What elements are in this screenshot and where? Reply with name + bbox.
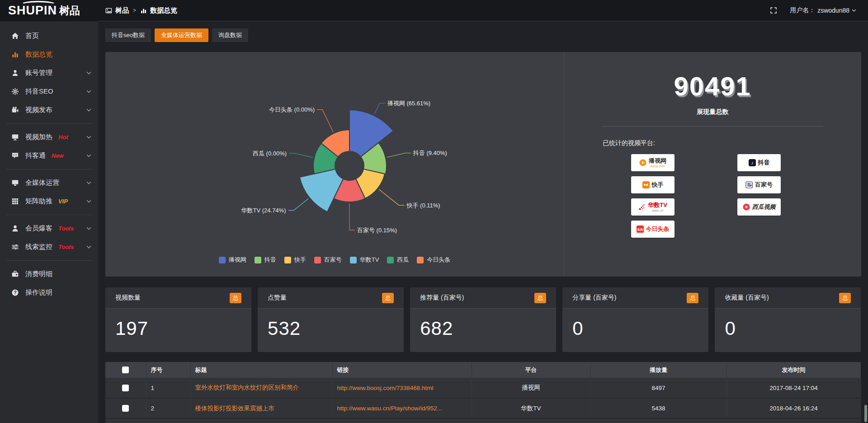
video-url-link[interactable]: http://www.wasu.cn/Play/show/id/952... bbox=[332, 398, 472, 418]
sidebar-item-data-overview[interactable]: 数据总览 bbox=[0, 45, 98, 64]
platform-name: 西瓜视频 bbox=[752, 203, 776, 211]
fullscreen-icon[interactable] bbox=[770, 7, 777, 14]
sidebar-item-matrix-boost[interactable]: 矩阵助推VIP bbox=[0, 192, 98, 211]
legend-item-2[interactable]: 快手 bbox=[284, 256, 306, 264]
sidebar-item-label: 视频加热 bbox=[25, 133, 52, 141]
platform-name: 快手 bbox=[652, 181, 664, 189]
stat-card-3: 分享量 (百家号)总0 bbox=[562, 287, 708, 352]
stat-total-badge[interactable]: 总 bbox=[382, 293, 394, 303]
pie-label-2: 快手 (0.11%) bbox=[406, 202, 440, 209]
pie-label-line-5 bbox=[289, 153, 313, 157]
column-header-4: 播放量 bbox=[590, 362, 726, 378]
stat-card-value: 532 bbox=[258, 309, 404, 339]
chevron-down-icon bbox=[86, 71, 91, 75]
legend-label: 西瓜 bbox=[397, 256, 409, 264]
chevron-down-icon bbox=[86, 227, 91, 230]
video-icon bbox=[11, 106, 19, 114]
sidebar-item-douketong[interactable]: 抖客通New bbox=[0, 146, 98, 165]
sidebar-item-home[interactable]: 首页 bbox=[0, 27, 98, 45]
sidebar-item-video-publish[interactable]: 视频发布 bbox=[0, 101, 98, 119]
heat-icon bbox=[11, 133, 19, 141]
table-row: 2楼体投影灯投影效果震撼上市http://www.wasu.cn/Play/sh… bbox=[105, 398, 861, 418]
pie-label-line-0 bbox=[374, 103, 385, 114]
legend-item-4[interactable]: 华数TV bbox=[350, 256, 379, 264]
stat-card-label: 视频数量 bbox=[115, 294, 141, 302]
legend-label: 百家号 bbox=[324, 256, 342, 264]
breadcrumb-root[interactable]: 树品 bbox=[115, 6, 129, 15]
svg-text:百: 百 bbox=[747, 183, 751, 187]
stat-card-2: 推荐量 (百家号)总682 bbox=[410, 287, 556, 352]
platform-badge-xigua: 西瓜视频 bbox=[737, 198, 781, 216]
tab-douyin-seo-data[interactable]: 抖音seo数据 bbox=[105, 28, 151, 42]
row-checkbox-cell bbox=[105, 378, 146, 398]
platform-badge-text: 播视网boosj.com bbox=[649, 158, 666, 168]
videos-table-panel: 序号标题链接平台播放量发布时间 1室外水纹灯和室内水纹灯的区别和简介http:/… bbox=[105, 362, 861, 423]
breadcrumb-root-icon bbox=[105, 7, 112, 14]
stat-card-1: 点赞量总532 bbox=[258, 287, 404, 352]
platform-name: 播视网 bbox=[649, 158, 666, 164]
platform-subtext: boosj.com bbox=[651, 164, 665, 168]
legend-swatch bbox=[350, 257, 357, 263]
stat-card-header: 推荐量 (百家号)总 bbox=[410, 287, 556, 309]
sidebar-item-badge: New bbox=[52, 152, 64, 159]
sidebar-item-video-heat[interactable]: 视频加热Hot bbox=[0, 128, 98, 146]
rose-pie-chart: 播视网 (65.61%)抖音 (9.40%)快手 (0.11%)百家号 (0.1… bbox=[105, 52, 564, 277]
sliders-icon bbox=[11, 243, 19, 251]
grid-icon bbox=[11, 197, 19, 205]
video-url-link[interactable]: http://www.boosj.com/7338468.html bbox=[332, 378, 472, 398]
legend-label: 华数TV bbox=[360, 256, 379, 264]
pie-label-4: 华数TV (24.74%) bbox=[241, 207, 286, 214]
select-all-checkbox[interactable] bbox=[122, 367, 129, 373]
user-menu[interactable]: 用户名：zswodun88 bbox=[790, 6, 856, 14]
tab-omni-media-data[interactable]: 全媒体运营数据 bbox=[155, 28, 208, 42]
row-checkbox-cell bbox=[105, 398, 146, 418]
sidebar-divider bbox=[6, 123, 92, 124]
sidebar-item-omni-media[interactable]: 全媒体运营 bbox=[0, 174, 98, 192]
sidebar-item-help-guide[interactable]: ?操作说明 bbox=[0, 283, 98, 302]
stat-total-badge[interactable]: 总 bbox=[687, 293, 698, 303]
row-checkbox[interactable] bbox=[122, 405, 129, 412]
logo-arc-decoration bbox=[21, 1, 56, 8]
sidebar-item-clue-monitor[interactable]: 线索监控Tools bbox=[0, 238, 98, 256]
sidebar-item-label: 数据总览 bbox=[25, 50, 52, 59]
legend-item-1[interactable]: 抖音 bbox=[255, 256, 276, 264]
stat-total-badge[interactable]: 总 bbox=[534, 293, 546, 303]
platform-badge-douyin: ♪抖音 bbox=[737, 154, 781, 171]
stat-card-label: 点赞量 bbox=[268, 294, 287, 302]
legend-item-5[interactable]: 西瓜 bbox=[387, 256, 409, 264]
chevron-down-icon bbox=[86, 90, 91, 94]
sidebar-item-account-manage[interactable]: 账号管理 bbox=[0, 64, 98, 82]
video-title-link[interactable]: 室外水纹灯和室内水纹灯的区别和简介 bbox=[190, 378, 332, 398]
stat-total-badge[interactable]: 总 bbox=[839, 293, 851, 303]
table-row: 1室外水纹灯和室内水纹灯的区别和简介http://www.boosj.com/7… bbox=[105, 378, 861, 398]
row-index-cell: 2 bbox=[146, 398, 190, 418]
legend-item-0[interactable]: 播视网 bbox=[219, 256, 246, 264]
sidebar-item-consume-detail[interactable]: 消费明细 bbox=[0, 265, 98, 283]
topbar-right: 用户名：zswodun88 bbox=[770, 6, 856, 14]
legend-swatch bbox=[219, 257, 226, 263]
sidebar-item-douyin-seo[interactable]: 抖音SEO bbox=[0, 82, 98, 101]
stat-total-badge[interactable]: 总 bbox=[230, 293, 241, 303]
tab-inquiry-data[interactable]: 询盘数据 bbox=[212, 28, 248, 42]
impressions-total-value: 90491 bbox=[564, 71, 861, 101]
sidebar-item-member-baoke[interactable]: 会员爆客Tools bbox=[0, 219, 98, 238]
pie-slice-4[interactable] bbox=[300, 169, 343, 212]
scrollbar-thumb[interactable] bbox=[864, 405, 867, 422]
chevron-down-icon bbox=[86, 245, 91, 249]
xigua-logo-icon bbox=[743, 203, 750, 211]
row-index-cell: 1 bbox=[146, 378, 190, 398]
table-header-checkbox-cell bbox=[105, 362, 146, 378]
legend-label: 快手 bbox=[294, 256, 306, 264]
sidebar-item-label: 视频发布 bbox=[25, 106, 52, 114]
legend-item-3[interactable]: 百家号 bbox=[314, 256, 342, 264]
chevron-down-icon bbox=[852, 9, 856, 12]
sidebar-item-badge: Tools bbox=[58, 225, 74, 232]
videos-table: 序号标题链接平台播放量发布时间 1室外水纹灯和室内水纹灯的区别和简介http:/… bbox=[105, 362, 861, 419]
row-checkbox[interactable] bbox=[122, 385, 129, 391]
pie-label-line-6 bbox=[317, 110, 333, 132]
breadcrumb-current: 数据总览 bbox=[150, 6, 177, 15]
svg-text:?: ? bbox=[14, 290, 16, 295]
legend-item-6[interactable]: 今日头条 bbox=[417, 256, 450, 264]
topbar-main: 树品 > 数据总览 用户名：zswodun88 bbox=[98, 0, 868, 21]
video-title-link[interactable]: 楼体投影灯投影效果震撼上市 bbox=[190, 398, 332, 418]
